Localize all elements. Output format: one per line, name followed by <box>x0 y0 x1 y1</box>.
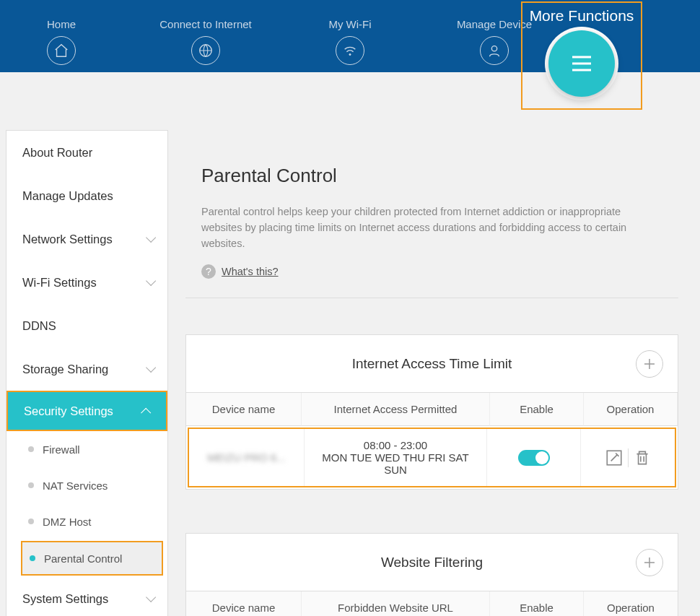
time-limit-header: Internet Access Time Limit <box>186 335 678 393</box>
plus-icon <box>642 555 657 570</box>
divider <box>628 448 629 467</box>
svg-point-2 <box>491 46 496 51</box>
sidebar-network-settings[interactable]: Network Settings <box>6 217 167 261</box>
nav-wifi[interactable]: My Wi-Fi <box>292 18 408 65</box>
svg-point-1 <box>349 53 351 55</box>
website-filter-table: Device name Forbidden Website URL Enable… <box>186 591 678 616</box>
user-icon <box>480 36 509 65</box>
col-url: Forbidden Website URL <box>302 591 490 616</box>
col-enable: Enable <box>490 591 584 616</box>
home-icon <box>47 36 76 65</box>
whats-this-label: What's this? <box>222 266 279 277</box>
sidebar-security-settings[interactable]: Security Settings <box>6 391 167 431</box>
page-title: Parental Control <box>201 165 678 187</box>
cell-device: MEIZU PRO 6... <box>189 429 305 486</box>
website-filter-header: Website Filtering <box>186 534 678 591</box>
hamburger-icon <box>568 53 595 74</box>
nav-label: Home <box>47 18 76 30</box>
top-nav: Home Connect to Internet My Wi-Fi Manage… <box>0 0 700 72</box>
nav-label: My Wi-Fi <box>328 18 371 30</box>
time-limit-table: Device name Internet Access Permitted En… <box>186 393 678 489</box>
nav-home[interactable]: Home <box>4 18 119 65</box>
nav-more-label: More Functions <box>522 7 641 25</box>
sidebar-storage-sharing[interactable]: Storage Sharing <box>6 347 167 391</box>
sidebar-about-router[interactable]: About Router <box>6 131 167 174</box>
sidebar-sub-dmz[interactable]: DMZ Host <box>6 503 167 539</box>
bullet-icon <box>30 555 35 561</box>
add-time-rule-button[interactable] <box>636 350 663 378</box>
col-operation: Operation <box>584 591 678 616</box>
sidebar-manage-updates[interactable]: Manage Updates <box>6 174 167 217</box>
main-pane: Parental Control Parental control helps … <box>185 130 700 616</box>
bullet-icon <box>28 482 34 488</box>
sidebar-system-settings[interactable]: System Settings <box>6 577 167 616</box>
col-enable: Enable <box>490 393 584 426</box>
whats-this-link[interactable]: ? What's this? <box>201 264 678 279</box>
nav-connect[interactable]: Connect to Internet <box>148 18 263 65</box>
time-limit-panel: Internet Access Time Limit Device name I… <box>185 334 678 490</box>
sidebar-ddns[interactable]: DDNS <box>6 304 167 347</box>
sidebar-sub-parental-highlight: Parental Control <box>21 541 163 576</box>
cell-enable <box>487 429 581 486</box>
col-operation: Operation <box>584 393 678 426</box>
divider <box>185 298 678 298</box>
bullet-icon <box>28 519 34 524</box>
edit-icon[interactable] <box>605 448 624 467</box>
nav-more-button[interactable] <box>548 30 615 97</box>
sidebar-sub-firewall[interactable]: Firewall <box>6 431 167 467</box>
col-device: Device name <box>186 591 302 616</box>
sidebar-sub-parental[interactable]: Parental Control <box>22 542 162 574</box>
col-permitted: Internet Access Permitted <box>302 393 490 426</box>
enable-toggle[interactable] <box>518 450 550 466</box>
delete-icon[interactable] <box>633 448 652 467</box>
col-device: Device name <box>186 393 302 426</box>
wifi-icon <box>336 36 364 65</box>
website-filter-panel: Website Filtering Device name Forbidden … <box>185 533 678 616</box>
sidebar: About Router Manage Updates Network Sett… <box>6 130 168 616</box>
globe-icon <box>191 36 220 65</box>
add-filter-rule-button[interactable] <box>636 549 663 576</box>
question-icon: ? <box>201 264 216 279</box>
sidebar-sub-nat[interactable]: NAT Services <box>6 467 167 503</box>
page-description: Parental control helps keep your childre… <box>201 204 662 251</box>
nav-label: Connect to Internet <box>159 18 252 30</box>
sidebar-wifi-settings[interactable]: Wi-Fi Settings <box>6 261 167 304</box>
cell-operation <box>581 429 675 486</box>
bullet-icon <box>28 446 34 452</box>
cell-permitted: 08:00 - 23:00 MON TUE WED THU FRI SAT SU… <box>305 429 487 486</box>
time-rule-row-highlight: MEIZU PRO 6... 08:00 - 23:00 MON TUE WED… <box>188 428 676 487</box>
nav-more-functions-highlight: More Functions <box>521 1 642 110</box>
plus-icon <box>642 357 657 371</box>
